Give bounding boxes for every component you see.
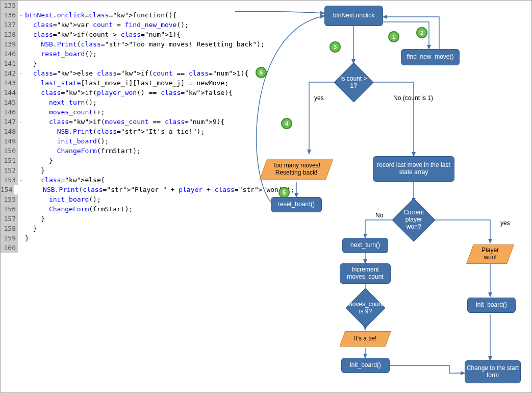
node-next-turn: next_turn(): [342, 238, 388, 253]
fold-toggle: [18, 224, 24, 233]
code-text[interactable]: btnNext.onclick=class="kw">function(){: [24, 10, 176, 20]
code-line: 149 init_board();: [1, 136, 271, 146]
label-no-2: No: [375, 212, 383, 219]
code-line: 151 }: [1, 156, 271, 165]
fold-toggle: [18, 136, 24, 146]
node-record-move: record last move in the last state array: [373, 156, 454, 182]
line-number: 156: [1, 204, 18, 214]
badge-3: 3: [330, 41, 341, 53]
fold-toggle[interactable]: -: [18, 68, 24, 78]
fold-toggle: [18, 97, 24, 107]
fold-toggle: [18, 39, 24, 49]
code-text[interactable]: ChangeForm(frmStart);: [24, 204, 133, 214]
code-text[interactable]: next_turn();: [24, 97, 97, 107]
fold-toggle[interactable]: -: [18, 175, 24, 185]
line-number: 155: [1, 194, 18, 204]
fold-toggle: [18, 156, 24, 165]
code-text[interactable]: class="kw">if(count > class="num">1){: [24, 30, 181, 39]
code-line: 160: [1, 243, 271, 253]
node-is-count: Is count > 1?: [334, 63, 374, 103]
code-line: 147- class="kw">if(moves_count == class=…: [1, 117, 271, 127]
code-line: 157 }: [1, 214, 271, 224]
line-number: 137: [1, 20, 18, 30]
fold-toggle: [18, 243, 24, 253]
code-line: 159 }: [1, 233, 271, 243]
node-tie: It's a tie!: [340, 331, 391, 347]
node-init-board-2: init_board(): [467, 298, 516, 313]
line-number: 146: [1, 107, 18, 117]
line-number: 154: [1, 185, 14, 194]
code-text[interactable]: class="kw">if(player_won() == class="kw"…: [24, 88, 233, 97]
code-line: 152 }: [1, 165, 271, 175]
code-text[interactable]: class="kw">else class="kw">if(count == c…: [24, 68, 248, 78]
badge-6: 6: [256, 67, 267, 78]
code-line: 135: [1, 1, 271, 10]
label-no-1: No (count is 1): [393, 95, 433, 102]
line-number: 150: [1, 146, 18, 156]
fold-toggle[interactable]: -: [18, 88, 24, 97]
code-line: 138- class="kw">if(count > class="num">1…: [1, 30, 271, 39]
line-number: 157: [1, 214, 18, 224]
line-number: 149: [1, 136, 18, 146]
code-text[interactable]: NSB.Print(class="str">"Too many moves! R…: [24, 39, 265, 49]
code-text[interactable]: init_board();: [24, 194, 101, 204]
fold-toggle: [18, 165, 24, 175]
line-number: 138: [1, 30, 18, 39]
node-reset-board: reset_board(): [271, 197, 322, 212]
code-line: 145 next_turn();: [1, 97, 271, 107]
code-line: 143 last_state[last_move_i][last_move_j]…: [1, 78, 271, 88]
fold-toggle: [18, 127, 24, 136]
code-line: 155 init_board();: [1, 194, 271, 204]
code-text[interactable]: }: [24, 156, 53, 165]
node-init-board-1: init_board(): [341, 358, 390, 373]
code-line: 146 moves_count++;: [1, 107, 271, 117]
fold-toggle: [18, 49, 24, 59]
node-player-won-q: Current player won?: [392, 199, 436, 242]
fold-toggle: [18, 214, 24, 224]
fold-toggle: [18, 146, 24, 156]
fold-toggle: [18, 204, 24, 214]
code-line: 142- class="kw">else class="kw">if(count…: [1, 68, 271, 78]
code-line: 148 NSB.Print(class="str">"It's a tie!")…: [1, 127, 271, 136]
line-number: 142: [1, 68, 18, 78]
fold-toggle: [14, 185, 18, 194]
node-increment: Increment moves_count: [340, 263, 391, 284]
fold-toggle[interactable]: -: [18, 30, 24, 39]
line-number: 160: [1, 243, 18, 253]
fold-toggle: [18, 194, 24, 204]
line-number: 143: [1, 78, 18, 88]
label-yes-2: yes: [500, 220, 510, 227]
label-yes-1: yes: [314, 95, 324, 102]
code-text[interactable]: last_state[last_move_i][last_move_j] = n…: [24, 78, 229, 88]
fold-toggle[interactable]: -: [18, 117, 24, 127]
line-number: 153: [1, 175, 18, 185]
code-text[interactable]: }: [24, 233, 29, 243]
code-text[interactable]: moves_count++;: [24, 107, 105, 117]
code-text[interactable]: }: [24, 59, 37, 68]
fold-toggle[interactable]: -: [18, 10, 24, 20]
code-line: 144- class="kw">if(player_won() == class…: [1, 88, 271, 97]
node-moves-9: moves_count is 9?: [346, 288, 386, 328]
code-text[interactable]: ChangeForm(frmStart);: [24, 146, 141, 156]
badge-2: 2: [416, 27, 427, 38]
node-too-many: Too many moves! Resetting back!: [259, 159, 333, 180]
code-text[interactable]: class="kw">if(moves_count == class="num"…: [24, 117, 224, 127]
code-text[interactable]: NSB.Print(class="str">"It's a tie!");: [24, 127, 205, 136]
code-text[interactable]: init_board();: [24, 136, 109, 146]
badge-1: 1: [388, 31, 399, 42]
node-find-new-move: find_new_move(): [401, 49, 460, 65]
line-number: 136: [1, 10, 18, 20]
code-line: 137 class="kw">var count = find_new_move…: [1, 20, 271, 30]
code-line: 150 ChangeForm(frmStart);: [1, 146, 271, 156]
code-line: 154 NSB.Print(class="str">"Player " + pl…: [1, 185, 271, 194]
code-text[interactable]: }: [24, 165, 45, 175]
line-number: 152: [1, 165, 18, 175]
code-text[interactable]: class="kw">var count = find_new_move();: [24, 20, 189, 30]
code-text[interactable]: }: [24, 214, 45, 224]
code-text[interactable]: reset_board();: [24, 49, 97, 59]
code-text[interactable]: class="kw">else{: [24, 175, 105, 185]
page: 135 136-btnNext.onclick=class="kw">funct…: [0, 0, 532, 393]
badge-5: 5: [278, 187, 290, 198]
fold-toggle: [18, 20, 24, 30]
code-text[interactable]: }: [24, 224, 37, 233]
